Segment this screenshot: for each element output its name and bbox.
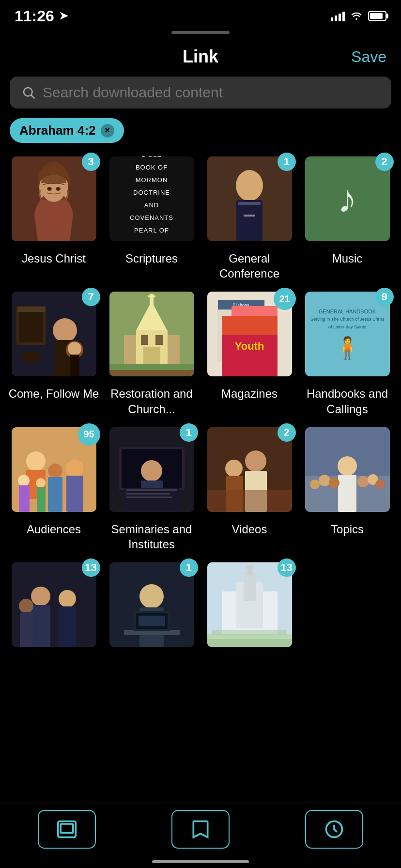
search-bar[interactable] [10,77,391,108]
grid-item-row4a[interactable]: 13 [5,558,103,664]
svg-rect-85 [31,605,50,647]
row4b-image [109,562,194,647]
badge-jesus-christ: 3 [82,153,100,171]
svg-rect-23 [70,355,79,376]
svg-rect-53 [66,476,83,512]
nav-bookmarks-icon [171,810,230,849]
svg-rect-51 [48,477,62,512]
grid-item-videos[interactable]: 2 Videos [200,423,298,558]
svg-rect-14 [244,215,255,217]
grid-item-seminaries[interactable]: 1 Seminaries and Institutes [103,423,200,558]
svg-rect-11 [236,200,262,241]
cfm-image [12,292,96,376]
badge-music: 2 [375,153,394,171]
svg-rect-35 [109,369,194,376]
svg-point-52 [66,460,83,477]
badge-videos: 2 [278,423,296,442]
grid-item-scriptures[interactable]: HOLYBIBLEBOOK OFMORMONDOCTRINEANDCOVENAN… [103,153,200,288]
handbook-person-icon: 🧍 [334,335,361,360]
svg-point-86 [59,590,76,607]
label-topics: Topics [331,522,364,537]
svg-rect-12 [238,202,261,205]
grid-item-jesus-christ[interactable]: 3 Jesus Christ [5,153,103,288]
grid-item-restoration[interactable]: Restoration and Church... [103,288,200,423]
label-general-conference: General Conference [203,251,295,281]
grid-item-row4c[interactable]: 13 [200,558,298,664]
nav-history-icon [305,810,363,849]
svg-point-82 [375,480,385,489]
svg-rect-89 [20,612,33,647]
grid-item-row4b[interactable]: 1 [103,558,200,664]
svg-point-48 [26,451,46,471]
svg-rect-72 [207,490,292,512]
nav-item-bookmarks[interactable] [134,810,267,849]
svg-rect-17 [19,309,43,342]
grid-item-general-conference[interactable]: 1 General Conference [200,153,298,288]
scriptures-image: HOLYBIBLEBOOK OFMORMONDOCTRINEANDCOVENAN… [125,156,178,241]
svg-point-56 [36,478,46,488]
save-button[interactable]: Save [351,48,386,66]
label-handbooks: Handbooks and Callings [301,386,393,416]
row4a-image [12,562,96,647]
badge-audiences: 95 [78,423,100,446]
svg-point-91 [139,584,164,608]
grid-item-topics[interactable]: Topics [298,423,396,558]
jesus-christ-image [12,156,96,241]
row4c-image [207,562,292,647]
svg-rect-55 [19,485,30,512]
videos-image [207,427,292,512]
svg-rect-100 [244,572,256,601]
svg-point-19 [53,318,77,342]
svg-point-8 [57,187,60,190]
grid-item-come-follow-me[interactable]: 7 Come, Follow Me [5,288,103,423]
label-come-follow-me: Come, Follow Me [9,386,99,401]
svg-text:Youth: Youth [234,340,264,352]
filter-tag-abraham[interactable]: Abraham 4:2 × [10,118,124,143]
svg-point-70 [225,460,243,477]
svg-rect-87 [59,606,76,647]
svg-rect-102 [246,567,254,569]
svg-rect-36 [109,364,194,370]
badge-magazines: 21 [274,288,296,310]
location-icon: ➤ [59,10,68,22]
svg-point-22 [68,342,81,356]
svg-rect-18 [17,307,46,312]
grid-item-magazines[interactable]: 21 Liahona Friend Youth [200,288,298,423]
svg-point-0 [24,88,32,96]
wifi-icon [350,10,363,23]
grid-item-music[interactable]: 2 ♪ Music [298,153,396,288]
status-bar: 11:26 ➤ [0,0,401,29]
label-videos: Videos [232,522,267,537]
grid-item-handbooks[interactable]: 9 GENERAL HANDBOOKServing in The Church … [298,288,396,423]
svg-rect-76 [338,475,356,512]
svg-point-84 [31,587,50,606]
nav-item-history[interactable] [267,810,401,849]
svg-point-88 [19,599,33,613]
svg-point-24 [21,351,41,363]
svg-rect-66 [126,496,172,498]
label-jesus-christ: Jesus Christ [22,251,86,266]
svg-point-68 [245,450,266,472]
badge-handbooks: 9 [375,288,394,306]
badge-come-follow-me: 7 [82,288,100,306]
svg-point-54 [18,475,30,486]
grid-item-audiences[interactable]: 95 Audiences [5,423,103,558]
svg-rect-57 [37,487,46,512]
restoration-image [109,292,194,376]
handbook-title-text: GENERAL HANDBOOKServing in The Church of… [310,308,384,330]
search-input[interactable] [43,84,380,101]
svg-point-79 [357,476,369,487]
filter-tag-close[interactable]: × [101,124,114,138]
svg-point-78 [329,478,339,488]
svg-point-77 [319,475,330,486]
badge-general-conference: 1 [278,153,296,171]
badge-seminaries: 1 [180,423,198,442]
battery-icon [368,11,386,21]
svg-rect-63 [124,488,180,512]
nav-library-icon [38,810,96,849]
nav-item-library[interactable] [0,810,134,849]
sheet-pull-indicator [0,29,401,46]
status-time: 11:26 ➤ [15,7,68,25]
svg-rect-46 [222,316,278,335]
conference-image [207,156,292,241]
